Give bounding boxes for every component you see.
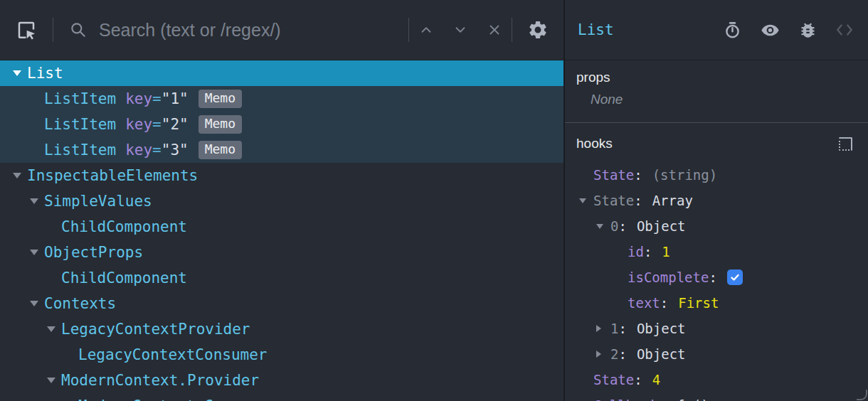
component-name: SimpleValues (44, 193, 152, 210)
hook-value[interactable]: First (678, 295, 719, 311)
tree-node-childcomponent[interactable]: ChildComponent (0, 265, 563, 291)
hook-row-iscomplete[interactable]: isComplete: (576, 264, 857, 290)
tree-node-contexts[interactable]: Contexts (0, 291, 563, 316)
tree-node-childcomponent[interactable]: ChildComponent (0, 214, 563, 240)
hook-name: 0 (610, 218, 618, 234)
hook-name: State (593, 372, 634, 387)
hook-value[interactable]: Object (637, 321, 686, 336)
expand-caret-icon[interactable] (30, 301, 44, 306)
view-source-button[interactable] (835, 21, 854, 39)
log-to-console-button[interactable] (798, 21, 817, 40)
hooks-label: hooks (576, 134, 613, 153)
gear-icon (527, 19, 549, 41)
memo-badge: Memo (199, 90, 242, 109)
expand-caret-icon[interactable] (30, 198, 44, 204)
bug-icon (798, 21, 817, 40)
element-picker-icon (16, 19, 37, 41)
tree-node-inspectableelements[interactable]: InspectableElements (0, 163, 563, 188)
component-name: ListItem (44, 90, 116, 107)
search-clear-button[interactable] (477, 13, 512, 47)
hook-row-state[interactable]: State:(string) (576, 162, 857, 188)
tree-node-moderncontext-consumer[interactable]: ModernContext.Consumer (0, 393, 563, 401)
hook-row-text[interactable]: text:First (576, 290, 857, 316)
component-tree: ListListItemkey="1"MemoListItemkey="2"Me… (0, 60, 563, 401)
close-icon (487, 22, 502, 38)
hook-value[interactable]: (string) (652, 167, 718, 183)
chevron-down-icon (452, 22, 468, 38)
memo-badge: Memo (199, 141, 242, 160)
eye-icon (760, 20, 780, 41)
component-name: ListItem (44, 116, 116, 133)
tree-node-simplevalues[interactable]: SimpleValues (0, 188, 563, 214)
expand-caret-icon[interactable] (13, 70, 27, 76)
hook-name: State (593, 167, 634, 183)
tree-node-moderncontext-provider[interactable]: ModernContext.Provider (0, 368, 563, 393)
checkbox-checked[interactable] (727, 269, 743, 285)
expand-caret-icon[interactable] (13, 173, 27, 178)
hook-name: Callback (593, 397, 659, 401)
settings-button[interactable] (512, 13, 563, 47)
hook-row-id[interactable]: id:1 (576, 239, 857, 264)
toolbar-divider (53, 18, 53, 42)
props-label: props (576, 70, 857, 85)
tree-node-list[interactable]: List (0, 60, 563, 86)
inspected-element-panel: List (565, 0, 868, 401)
tree-node-listitem[interactable]: ListItemkey="2"Memo (0, 112, 563, 137)
components-tree-panel: ListListItemkey="1"MemoListItemkey="2"Me… (0, 0, 563, 401)
tree-node-objectprops[interactable]: ObjectProps (0, 240, 563, 265)
search-prev-button[interactable] (409, 13, 443, 47)
hook-value[interactable]: 4 (652, 372, 660, 387)
component-name: LegacyContextConsumer (78, 346, 268, 363)
tree-node-legacycontextconsumer[interactable]: LegacyContextConsumer (0, 342, 563, 368)
inspect-dom-button[interactable] (760, 20, 780, 41)
expand-caret-icon[interactable] (30, 250, 44, 255)
stopwatch-icon (723, 21, 742, 40)
tree-node-listitem[interactable]: ListItemkey="1"Memo (0, 86, 563, 112)
expand-caret-icon[interactable] (596, 351, 610, 358)
hooks-list: State:(string)State:Array0:Objectid:1isC… (576, 162, 857, 401)
component-name: Contexts (44, 295, 116, 312)
hook-row-state[interactable]: State:Array (576, 188, 857, 213)
hook-name: 1 (610, 321, 618, 336)
hook-value[interactable]: Object (637, 346, 686, 362)
component-name: InspectableElements (27, 167, 198, 184)
hook-row-state[interactable]: State:4 (576, 367, 857, 392)
component-name: ModernContext.Provider (61, 372, 259, 389)
hook-value[interactable]: Array (652, 193, 693, 208)
component-name: LegacyContextProvider (61, 321, 250, 338)
tree-node-legacycontextprovider[interactable]: LegacyContextProvider (0, 316, 563, 342)
hook-row-2[interactable]: 2:Object (576, 341, 857, 367)
element-picker-button[interactable] (10, 14, 43, 46)
hook-row-1[interactable]: 1:Object (576, 316, 857, 341)
hook-name: text (628, 295, 660, 311)
react-devtools-window: ListListItemkey="1"MemoListItemkey="2"Me… (0, 0, 868, 401)
hook-name: id (628, 244, 644, 260)
hook-row-0[interactable]: 0:Object (576, 213, 857, 239)
hook-value[interactable]: Object (637, 218, 686, 234)
component-name: ChildComponent (61, 218, 187, 235)
expand-caret-icon[interactable] (579, 198, 593, 203)
tree-node-listitem[interactable]: ListItemkey="3"Memo (0, 137, 563, 163)
suspend-toggle-button[interactable] (723, 21, 742, 40)
inspected-element-header: List (565, 0, 868, 60)
hook-row-callback[interactable]: Callback:ƒ () (576, 392, 857, 401)
expand-caret-icon[interactable] (596, 325, 610, 332)
props-empty-value: None (591, 92, 857, 107)
search-icon (69, 21, 88, 39)
search-input[interactable] (97, 19, 408, 41)
tree-toolbar (0, 0, 563, 60)
parse-hook-names-icon[interactable] (839, 137, 852, 151)
hook-name: isComplete (628, 269, 709, 285)
props-section: props None (565, 60, 868, 123)
hook-value[interactable]: ƒ () (677, 397, 709, 401)
key-attribute: key="1" (125, 90, 189, 107)
expand-caret-icon[interactable] (47, 326, 61, 332)
expand-caret-icon[interactable] (47, 378, 61, 383)
hook-value[interactable]: 1 (662, 244, 669, 260)
code-brackets-icon (835, 21, 854, 39)
expand-caret-icon[interactable] (596, 224, 610, 229)
chevron-up-icon (418, 22, 434, 38)
component-name: ListItem (44, 141, 116, 159)
search-next-button[interactable] (443, 13, 477, 47)
hook-name: State (593, 193, 634, 208)
